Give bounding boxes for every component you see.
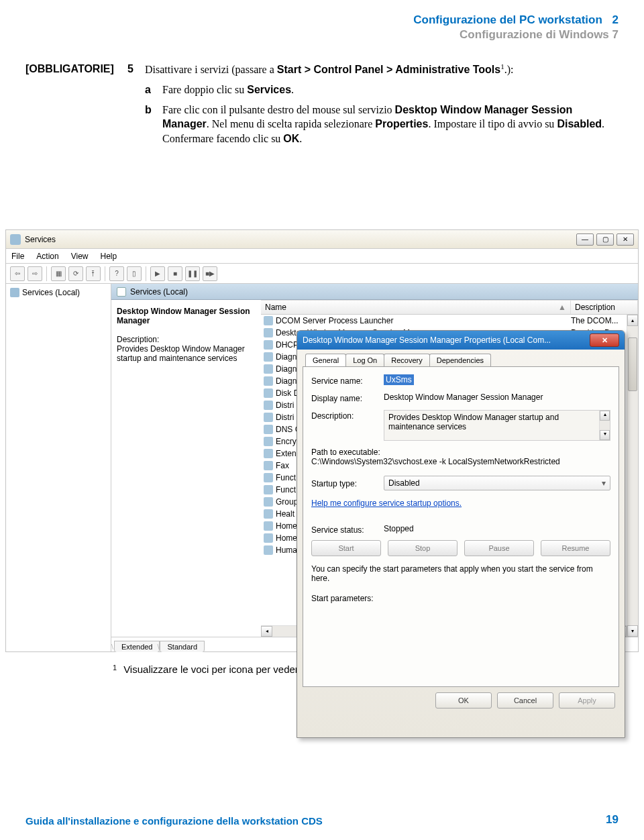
startup-type-select[interactable]: Disabled [384, 476, 610, 490]
sa-bold: Services [247, 84, 291, 95]
start-params-hint: You can specify the start parameters tha… [311, 564, 610, 583]
desc-scroll-up-icon[interactable]: ▴ [600, 411, 610, 421]
service-control-buttons: Start Stop Pause Resume [311, 540, 610, 556]
gear-icon [264, 437, 273, 446]
document-body: [OBBLIGATORIE] 5 Disattivare i servizi (… [0, 47, 644, 146]
service-row-name: DCOM Server Process Launcher [276, 316, 571, 325]
step-text: Disattivare i servizi (passare a Start >… [145, 62, 619, 77]
toolbar-back-icon[interactable]: ⇦ [10, 266, 25, 281]
left-pane-label: Services (Local) [22, 288, 80, 297]
toolbar-props-icon[interactable]: ▦ [51, 266, 66, 281]
footnote-number: 1 [113, 664, 117, 675]
sb2: . Nel menu di scelta rapida selezionare [207, 118, 375, 129]
col-description[interactable]: Description [571, 301, 638, 314]
scroll-up-icon[interactable]: ▴ [627, 315, 638, 326]
start-params-label: Start parameters: [311, 594, 610, 603]
toolbar-restart-icon[interactable]: ■▶ [203, 266, 217, 281]
menu-view[interactable]: View [71, 252, 89, 261]
gear-icon [264, 328, 273, 337]
service-name-value: UxSms [384, 374, 414, 385]
menubar: File Action View Help [6, 249, 638, 264]
pause-button[interactable]: Pause [464, 540, 534, 556]
left-pane: Services (Local) [6, 284, 111, 651]
apply-button[interactable]: Apply [559, 692, 615, 708]
sb1: Fare clic con il pulsante destro del mou… [162, 104, 395, 115]
menu-action[interactable]: Action [36, 252, 58, 261]
header-title-text: Configurazione del PC workstation [413, 13, 602, 26]
services-icon [10, 234, 21, 245]
display-name-row: Display name: Desktop Window Manager Ses… [311, 392, 610, 403]
desc-scroll-down-icon[interactable]: ▾ [600, 430, 610, 440]
close-button[interactable]: ✕ [616, 233, 634, 246]
properties-titlebar[interactable]: Desktop Window Manager Session Manager P… [297, 331, 625, 350]
service-name-label: Service name: [311, 375, 384, 386]
dialog-close-button[interactable]: ✕ [590, 333, 619, 347]
tab-extended[interactable]: Extended [114, 641, 160, 652]
gear-icon [264, 364, 273, 374]
resume-button[interactable]: Resume [541, 540, 610, 556]
services-titlebar[interactable]: Services — ▢ ✕ [6, 230, 638, 249]
service-row[interactable]: DCOM Server Process LauncherThe DCOM... [261, 315, 638, 327]
toolbar: ⇦ ⇨ ▦ ⟳ ⭱ ? ▯ ▶ ■ ❚❚ ■▶ [6, 264, 638, 284]
toolbar-refresh-icon[interactable]: ⟳ [68, 266, 83, 281]
tab-dependencies[interactable]: Dependencies [429, 354, 491, 366]
toolbar-export-icon[interactable]: ⭱ [86, 266, 101, 281]
col-name[interactable]: Name▲ [261, 301, 571, 314]
gear-icon [264, 473, 273, 482]
toolbar-pause-icon[interactable]: ❚❚ [185, 266, 200, 281]
help-configure-link[interactable]: Help me configure service startup option… [311, 498, 610, 508]
col-name-text: Name [265, 303, 286, 312]
startup-label: Startup type: [311, 478, 384, 488]
gear-icon [264, 461, 273, 470]
minimize-button[interactable]: — [576, 233, 594, 246]
startup-type-value: Disabled [388, 478, 420, 488]
step-5: [OBBLIGATORIE] 5 Disattivare i servizi (… [25, 62, 619, 77]
stop-button[interactable]: Stop [388, 540, 458, 556]
page-header: Configurazione del PC workstation 2 Conf… [0, 0, 644, 47]
general-pane: Service name: UxSms Display name: Deskto… [303, 366, 619, 687]
left-pane-item[interactable]: Services (Local) [9, 286, 108, 299]
gear-icon [264, 509, 273, 519]
description-label: Description: [311, 410, 384, 421]
toolbar-stop-icon[interactable]: ■ [168, 266, 182, 281]
maximize-button[interactable]: ▢ [596, 233, 614, 246]
vertical-scrollbar[interactable]: ▴ ▾ [627, 315, 638, 637]
sort-indicator-icon: ▲ [558, 303, 566, 312]
toolbar-page-icon[interactable]: ▯ [127, 266, 142, 281]
services-title: Services [25, 235, 576, 244]
tab-recovery[interactable]: Recovery [384, 354, 429, 366]
toolbar-fwd-icon[interactable]: ⇨ [28, 266, 42, 281]
tab-standard[interactable]: Standard [160, 641, 205, 652]
detail-column: Desktop Window Manager Session Manager D… [111, 300, 261, 637]
menu-file[interactable]: File [11, 252, 24, 261]
sb5: . [299, 133, 302, 144]
gear-icon [264, 401, 273, 410]
cancel-button[interactable]: Cancel [497, 692, 553, 708]
sa-pre: Fare doppio clic su [162, 84, 247, 95]
substep-a-text: Fare doppio clic su Services. [162, 83, 619, 97]
toolbar-play-icon[interactable]: ▶ [150, 266, 165, 281]
display-name-value: Desktop Window Manager Session Manager [384, 392, 543, 402]
toolbar-help-icon[interactable]: ? [109, 266, 124, 281]
path-value: C:\Windows\System32\svchost.exe -k Local… [311, 457, 610, 466]
sb3: . Impostare il tipo di avvio su [428, 118, 557, 129]
mid-header: Services (Local) [111, 284, 638, 300]
scroll-left-icon[interactable]: ◂ [261, 626, 272, 637]
window-buttons: — ▢ ✕ [576, 233, 634, 246]
ok-button[interactable]: OK [435, 692, 492, 708]
start-button[interactable]: Start [311, 540, 381, 556]
scroll-thumb[interactable] [628, 337, 637, 391]
substep-b-letter: b [145, 103, 162, 146]
dialog-buttons: OK Cancel Apply [297, 692, 625, 715]
step-number: 5 [127, 62, 145, 77]
menu-help[interactable]: Help [101, 252, 117, 261]
properties-title: Desktop Window Manager Session Manager P… [303, 335, 590, 345]
scroll-down-icon[interactable]: ▾ [627, 625, 638, 637]
tab-logon[interactable]: Log On [345, 354, 384, 366]
step-text-bold: Start > Control Panel > Administrative T… [277, 64, 500, 75]
description-scrollbar[interactable]: ▴ ▾ [599, 411, 610, 440]
startup-row: Startup type: Disabled [311, 476, 610, 490]
tab-general[interactable]: General [305, 354, 346, 366]
description-box: Provides Desktop Window Manager startup … [384, 410, 610, 441]
description-row: Description: Provides Desktop Window Man… [311, 410, 610, 441]
